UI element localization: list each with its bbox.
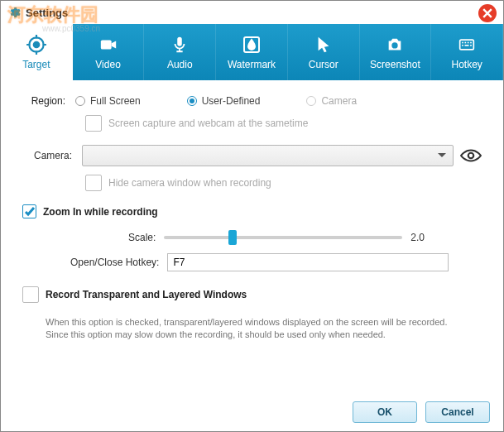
radio-camera: Camera <box>306 95 357 107</box>
cancel-button[interactable]: Cancel <box>425 401 490 423</box>
settings-icon <box>7 6 21 19</box>
tab-screenshot[interactable]: Screenshot <box>360 24 432 80</box>
cursor-icon <box>312 34 335 55</box>
camera-select[interactable] <box>82 145 454 166</box>
tab-watermark[interactable]: Watermark <box>216 24 288 80</box>
watermark-icon <box>240 34 263 55</box>
tab-label: Audio <box>167 59 193 70</box>
microphone-icon <box>168 34 191 55</box>
tab-cursor[interactable]: Cursor <box>288 24 360 80</box>
eye-icon[interactable] <box>460 147 482 164</box>
scale-value: 2.0 <box>410 232 425 243</box>
tab-audio[interactable]: Audio <box>144 24 216 80</box>
camera-row: Camera: <box>22 145 482 166</box>
camera-label: Camera: <box>22 150 75 161</box>
checkbox-icon <box>22 286 39 303</box>
svg-point-5 <box>392 42 398 48</box>
tab-label: Watermark <box>228 59 276 70</box>
tab-target[interactable]: Target <box>1 24 73 80</box>
keyboard-icon <box>455 34 478 55</box>
titlebar: Settings <box>1 1 503 24</box>
target-icon <box>25 34 48 55</box>
radio-user-defined[interactable]: User-Defined <box>187 95 261 107</box>
scale-slider[interactable] <box>164 236 402 239</box>
tab-label: Cursor <box>309 59 338 70</box>
tab-hotkey[interactable]: Hotkey <box>431 24 503 80</box>
scale-row: Scale: 2.0 <box>128 232 482 243</box>
button-bar: OK Cancel <box>353 401 490 423</box>
hotkey-row: Open/Close Hotkey: <box>70 253 482 271</box>
svg-rect-12 <box>465 45 469 46</box>
svg-rect-7 <box>462 42 463 44</box>
hotkey-input[interactable] <box>167 253 449 271</box>
tab-label: Hotkey <box>451 59 482 70</box>
checkbox-icon <box>85 175 102 191</box>
close-button[interactable] <box>478 4 497 22</box>
scale-label: Scale: <box>128 232 156 243</box>
camera-icon <box>383 34 406 55</box>
region-row: Region: Full Screen User-Defined Camera <box>22 95 482 107</box>
checkbox-zoom[interactable]: Zoom In while recording <box>22 204 482 218</box>
svg-rect-9 <box>468 42 469 44</box>
radio-full-screen[interactable]: Full Screen <box>75 95 141 107</box>
svg-point-1 <box>34 42 40 48</box>
window-title: Settings <box>26 7 68 19</box>
svg-rect-2 <box>100 41 111 50</box>
video-icon <box>97 34 120 55</box>
svg-rect-3 <box>178 37 183 46</box>
checkbox-sametime: Screen capture and webcam at the sametim… <box>85 115 482 132</box>
close-icon <box>482 8 492 18</box>
tab-label: Video <box>95 59 120 70</box>
svg-rect-10 <box>470 42 472 44</box>
svg-rect-13 <box>470 45 472 46</box>
svg-point-14 <box>468 153 474 159</box>
transparent-desc: When this option is checked, transparent… <box>46 316 482 341</box>
checkbox-icon <box>85 115 102 132</box>
svg-rect-11 <box>462 45 463 46</box>
ok-button[interactable]: OK <box>353 401 417 423</box>
svg-rect-8 <box>465 42 467 44</box>
checkbox-transparent[interactable]: Record Transparent and Layered Windows <box>22 286 482 303</box>
tab-bar: Target Video Audio Watermark Cursor Scre… <box>1 24 503 80</box>
checkbox-hide-camera: Hide camera window when recording <box>85 175 482 191</box>
tab-video[interactable]: Video <box>73 24 145 80</box>
content-panel: Region: Full Screen User-Defined Camera … <box>1 80 503 341</box>
tab-label: Screenshot <box>370 59 420 70</box>
region-label: Region: <box>22 95 75 107</box>
hotkey-label: Open/Close Hotkey: <box>70 257 159 268</box>
checkbox-icon <box>22 204 36 218</box>
tab-label: Target <box>22 59 50 70</box>
